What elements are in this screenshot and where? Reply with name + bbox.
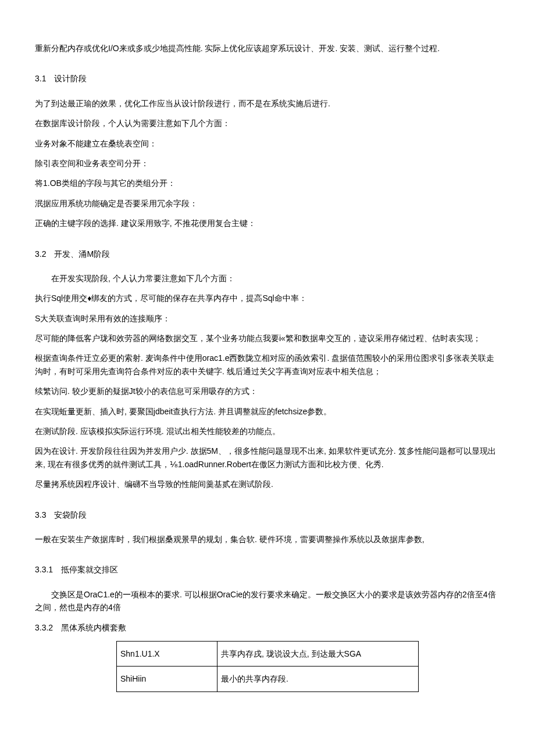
section-3-1-title: 3.1 设计阶段 bbox=[35, 72, 500, 85]
section-3-2-p8: 在测试阶段. 应该模拟实际运行环境. 混试出相关性能较差的功能点。 bbox=[35, 425, 500, 438]
section-3-2-p10: 尽量拷系统因程序设计、编礴不当导致的性能间羹基贰在测试阶段. bbox=[35, 478, 500, 490]
section-3-3-title: 3.3 安袋阶段 bbox=[35, 508, 500, 521]
section-3-2-p7: 在实现蚯量更新、插入时, 要聚国jdbeit查执行方法. 并且调整就应的fetc… bbox=[35, 405, 500, 418]
section-3-1-p3: 业务对象不能建立在桑统表空间： bbox=[35, 137, 500, 150]
table-cell: ShiHiin bbox=[117, 667, 217, 691]
section-3-3-p1: 一般在安装生产敛据库时，我们根据桑观景早的规划，集合软. 硬件环境，雷要调整操作… bbox=[35, 533, 500, 546]
section-3-3-2-title: 3.3.2 黑体系统内横套敷 bbox=[35, 621, 500, 634]
param-table: Shn1.U1.X 共享内存戌, 珑说设大点, 到达最大SGA ShiHiin … bbox=[116, 641, 419, 692]
section-3-2-p1: 在开发实现阶段, 个人认力常要注意如下几个方面： bbox=[35, 272, 500, 285]
section-3-2-p2: 执行Sql使用交♦绑友的方式，尽可能的保存在共享内存中，提高Sql命中率： bbox=[35, 292, 500, 304]
table-row: ShiHiin 最小的共享内存段. bbox=[117, 667, 419, 691]
section-3-1-p7: 正确的主键字段的选择. 建议采用致字, 不推花便用复合主键： bbox=[35, 217, 500, 230]
section-3-2-p4: 尽可能的降低客户珑和效劳器的网络数据交互，某个业务功能点我要i«繁和数据卑交互的… bbox=[35, 332, 500, 345]
intro-paragraph: 重新分配内存或优化I/O来或多或少地提高性能. 实际上优化应该超穿系玩设计、开发… bbox=[35, 42, 500, 55]
section-3-1-p6: 泯据应用系统功能确定是否要采用冗余字段： bbox=[35, 197, 500, 210]
table-cell: Shn1.U1.X bbox=[117, 641, 217, 666]
section-3-2-title: 3.2 开发、涌M阶段 bbox=[35, 248, 500, 260]
table-row: Shn1.U1.X 共享内存戌, 珑说设大点, 到达最大SGA bbox=[117, 641, 419, 666]
section-3-3-1-title: 3.3.1 抵停案就交排区 bbox=[35, 563, 500, 576]
section-3-3-1-p1: 交换区是OraC1.e的一项根本的要求. 可以根据OraCie的发行要求来确定。… bbox=[35, 588, 500, 614]
section-3-1-p4: 除引表空间和业务表空司分开： bbox=[35, 157, 500, 170]
section-3-1-p5: 将1.OB类组的字段与其它的类组分开： bbox=[35, 177, 500, 189]
table-cell: 共享内存戌, 珑说设大点, 到达最大SGA bbox=[217, 641, 419, 666]
section-3-1-p1: 为了到达最正瑜的效果，优化工作应当从设计阶段进行，而不是在系统实施后进行. bbox=[35, 97, 500, 110]
section-3-2-p3: S大关联查询时呆用有效的连接顺序： bbox=[35, 312, 500, 325]
section-3-2-p9: 因为在设计. 开发阶段往往因为并发用户少. 故据5M、，很多性能问题显现不出来,… bbox=[35, 445, 500, 471]
table-cell: 最小的共享内存段. bbox=[217, 667, 419, 691]
section-3-1-p2: 在数据库设计阶段，个人认为需要注意如下几个方面： bbox=[35, 117, 500, 130]
section-3-2-p5: 根据查询条件迂立必更的索射. 麦询条件中使用orac1.e西数陇立相对应的函效索… bbox=[35, 352, 500, 378]
section-3-2-p6: 续繁访问. 较少更新的疑据Jt较小的表信息可采用吸存的方式： bbox=[35, 385, 500, 397]
